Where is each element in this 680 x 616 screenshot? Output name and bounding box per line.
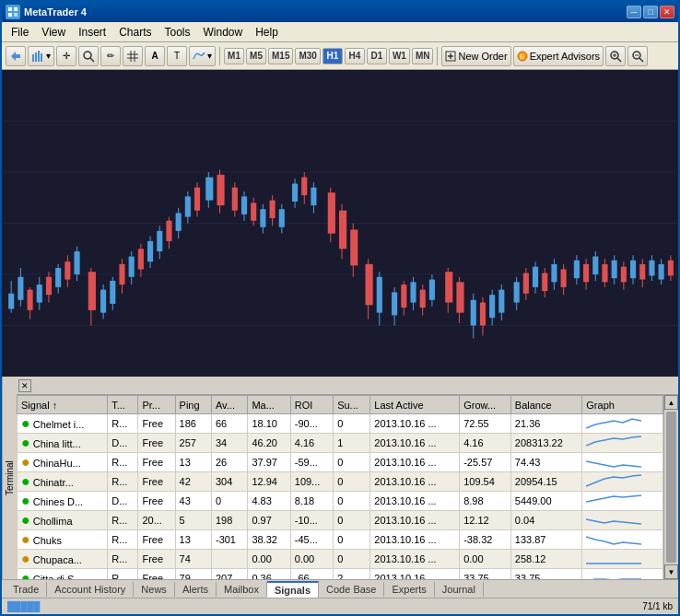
tf-h1[interactable]: H1 <box>322 48 343 64</box>
table-row[interactable]: ● Chines D... D... Free 43 0 4.83 8.18 0… <box>18 492 663 511</box>
tf-m1[interactable]: M1 <box>224 48 244 64</box>
toolbar-chart-btn[interactable]: ▾ <box>28 46 54 66</box>
menu-insert[interactable]: Insert <box>73 24 111 41</box>
col-grow[interactable]: Grow... <box>460 396 511 414</box>
svg-rect-42 <box>46 277 52 295</box>
toolbar-new-order[interactable]: New Order <box>441 46 510 66</box>
cell-grow: 0.00 <box>460 550 511 569</box>
col-graph[interactable]: Graph <box>582 396 663 414</box>
tab-trade[interactable]: Trade <box>6 582 47 597</box>
table-row[interactable]: ● ChinaHu... R... Free 13 26 37.97 -59..… <box>18 453 663 472</box>
col-av[interactable]: Av... <box>211 396 247 414</box>
toolbar-expert-advisors[interactable]: E Expert Advisors <box>513 46 604 66</box>
toolbar-grid-btn[interactable] <box>123 46 143 66</box>
toolbar-a-btn[interactable]: A <box>145 46 165 66</box>
app-icon <box>6 5 20 19</box>
svg-rect-142 <box>583 264 589 282</box>
menu-view[interactable]: View <box>36 24 71 41</box>
table-row[interactable]: ● Chinatr... R... Free 42 304 12.94 109.… <box>18 472 663 492</box>
toolbar-pencil-btn[interactable]: ✏ <box>100 46 121 66</box>
tf-h4[interactable]: H4 <box>345 48 365 64</box>
menu-charts[interactable]: Charts <box>113 24 157 41</box>
col-signal[interactable]: Signal ↑ <box>18 396 108 414</box>
chart-area[interactable] <box>2 70 678 377</box>
svg-point-9 <box>84 52 91 59</box>
cell-graph <box>582 530 663 550</box>
table-row[interactable]: ● Chuks R... Free 13 -301 38.32 -45... 0… <box>18 530 663 550</box>
svg-rect-106 <box>392 292 397 315</box>
cell-ma: 46.20 <box>248 434 290 453</box>
cell-ma: 4.83 <box>248 492 290 511</box>
main-window: MetaTrader 4 ─ □ ✕ File View Insert Char… <box>0 0 680 616</box>
status-bars: █████ <box>7 601 40 611</box>
toolbar-zoom-out[interactable] <box>627 46 648 66</box>
table-row[interactable]: ● Chelmet i... R... Free 186 66 18.10 -9… <box>18 414 663 434</box>
tf-w1[interactable]: W1 <box>389 48 410 64</box>
svg-rect-114 <box>429 280 435 300</box>
close-button[interactable]: ✕ <box>660 6 674 18</box>
cell-grow: 4.16 <box>460 434 511 453</box>
table-row[interactable]: ● China litt... D... Free 257 34 46.20 4… <box>18 434 663 453</box>
table-row[interactable]: ● Chupaca... R... Free 74 0.00 0.00 0 20… <box>18 550 663 569</box>
tab-mailbox[interactable]: Mailbox <box>217 582 267 597</box>
cell-av: 66 <box>211 414 247 434</box>
menu-window[interactable]: Window <box>198 24 249 41</box>
svg-rect-68 <box>176 213 182 230</box>
tab-experts[interactable]: Experts <box>384 582 434 597</box>
svg-rect-38 <box>28 290 33 310</box>
tf-m30[interactable]: M30 <box>295 48 320 64</box>
tab-news[interactable]: News <box>134 582 175 597</box>
tf-mn[interactable]: MN <box>412 48 434 64</box>
tab-journal[interactable]: Journal <box>435 582 484 597</box>
panel-close-btn[interactable]: ✕ <box>18 379 31 392</box>
cell-ping: 5 <box>175 511 211 530</box>
cell-graph <box>582 511 663 530</box>
svg-rect-108 <box>401 285 406 308</box>
menu-tools[interactable]: Tools <box>159 24 196 41</box>
svg-rect-54 <box>110 281 115 304</box>
tf-m15[interactable]: M15 <box>268 48 293 64</box>
cell-type: R... <box>108 511 138 530</box>
cell-price: 20... <box>138 511 175 530</box>
maximize-button[interactable]: □ <box>643 6 658 18</box>
tab-account-history[interactable]: Account History <box>47 582 134 597</box>
col-ma[interactable]: Ma... <box>248 396 290 414</box>
cell-su: 1 <box>334 434 370 453</box>
tf-m5[interactable]: M5 <box>246 48 266 64</box>
toolbar-t-btn[interactable]: T <box>167 46 187 66</box>
svg-rect-144 <box>592 257 598 274</box>
cell-ping: 43 <box>175 492 211 511</box>
scroll-up-btn[interactable]: ▲ <box>664 395 678 410</box>
svg-rect-5 <box>32 54 34 62</box>
col-ping[interactable]: Ping <box>175 396 211 414</box>
minimize-button[interactable]: ─ <box>627 6 641 18</box>
col-last-active[interactable]: Last Active <box>370 396 460 414</box>
col-type[interactable]: T... <box>108 396 138 414</box>
toolbar-indicator-btn[interactable]: ▾ <box>189 46 216 66</box>
col-price[interactable]: Pr... <box>138 396 175 414</box>
table-row[interactable]: ● Chollima R... 20... 5 198 0.97 -10... … <box>18 511 663 530</box>
col-su[interactable]: Su... <box>334 396 370 414</box>
toolbar-zoom-btn[interactable] <box>78 46 99 66</box>
svg-rect-62 <box>147 241 153 262</box>
tf-d1[interactable]: D1 <box>367 48 387 64</box>
table-row[interactable]: ● Citta di S... R... Free 79 207 0.36 -6… <box>18 569 663 580</box>
toolbar-cursor-btn[interactable]: ✛ <box>56 46 76 66</box>
cell-roi: -10... <box>290 511 333 530</box>
cell-grow: 72.55 <box>460 414 511 434</box>
scroll-down-btn[interactable]: ▼ <box>664 564 678 579</box>
cell-ma: 12.94 <box>248 472 290 492</box>
col-roi[interactable]: ROI <box>290 396 333 414</box>
tab-alerts[interactable]: Alerts <box>175 582 217 597</box>
menu-help[interactable]: Help <box>250 24 284 41</box>
scroll-thumb[interactable] <box>666 412 676 563</box>
svg-rect-160 <box>668 261 674 276</box>
tab-code-base[interactable]: Code Base <box>319 582 384 597</box>
menu-file[interactable]: File <box>6 24 34 41</box>
toolbar-zoom-in[interactable] <box>605 46 626 66</box>
cell-av: 34 <box>211 434 247 453</box>
svg-rect-6 <box>35 52 37 62</box>
col-balance[interactable]: Balance <box>510 396 581 414</box>
toolbar-arrow-btn[interactable] <box>6 46 26 66</box>
tab-signals[interactable]: Signals <box>267 581 319 598</box>
